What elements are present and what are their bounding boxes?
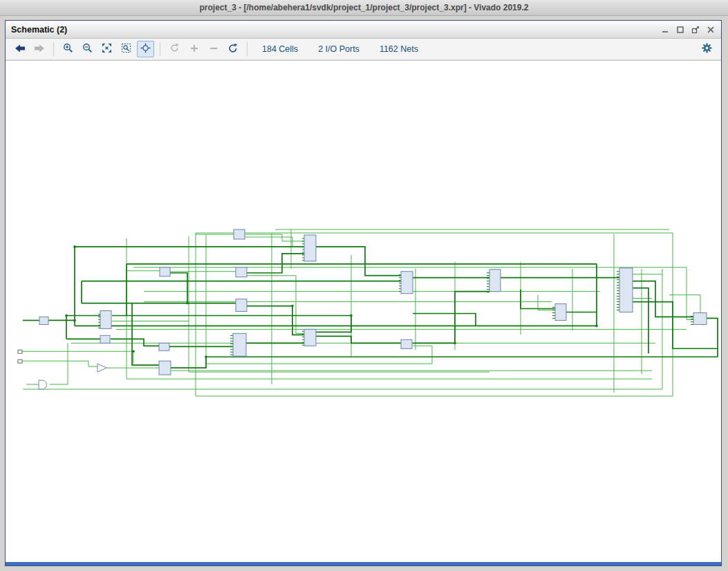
float-icon[interactable] — [691, 25, 700, 35]
toolbar-separator — [160, 42, 160, 56]
autofit-selection-button[interactable] — [137, 41, 154, 57]
zoom-to-selection-button[interactable] — [118, 41, 135, 57]
io-ports-link[interactable]: 2 I/O Ports — [318, 44, 360, 54]
refresh-button[interactable] — [224, 41, 241, 57]
active-panel-highlight — [6, 562, 721, 565]
toolbar-separator — [53, 42, 54, 56]
window-title: project_3 - [/home/abehera1/svdk/project… — [200, 3, 529, 12]
forward-arrow-icon — [34, 44, 45, 55]
schematic-toolbar: 184 Cells 2 I/O Ports 1162 Nets — [6, 39, 721, 60]
expand-button[interactable] — [185, 41, 203, 57]
minimize-icon[interactable] — [660, 25, 670, 35]
zoom-out-button[interactable] — [79, 41, 96, 57]
zoom-fit-button[interactable] — [98, 41, 115, 57]
toolbar-separator — [247, 42, 248, 56]
settings-button[interactable] — [698, 41, 716, 57]
schematic-window: Schematic (2) — [5, 20, 722, 566]
zoom-in-button[interactable] — [59, 41, 77, 57]
forward-button[interactable] — [30, 41, 48, 57]
regenerate-icon — [169, 43, 180, 55]
refresh-icon — [227, 43, 239, 56]
zoom-to-selection-icon — [121, 43, 131, 55]
plus-icon — [189, 44, 199, 55]
close-icon[interactable] — [706, 25, 716, 35]
regenerate-button[interactable] — [166, 41, 183, 57]
panel-header[interactable]: Schematic (2) — [6, 21, 721, 39]
panel-title: Schematic (2) — [11, 25, 67, 35]
collapse-button[interactable] — [205, 41, 222, 57]
gear-icon — [702, 43, 712, 55]
schematic-diagram[interactable] — [6, 61, 721, 562]
zoom-fit-icon — [102, 43, 112, 55]
autofit-crosshair-icon — [140, 43, 151, 55]
back-button[interactable] — [11, 41, 28, 57]
window-titlebar[interactable]: project_3 - [/home/abehera1/svdk/project… — [0, 0, 728, 16]
back-arrow-icon — [15, 44, 26, 55]
zoom-in-icon — [63, 43, 73, 55]
cells-link[interactable]: 184 Cells — [262, 44, 298, 54]
window-controls — [660, 25, 716, 35]
schematic-canvas[interactable] — [6, 60, 721, 562]
minus-icon — [209, 44, 218, 55]
zoom-out-icon — [82, 43, 93, 55]
nets-link[interactable]: 1162 Nets — [380, 44, 418, 54]
maximize-icon[interactable] — [675, 25, 685, 35]
